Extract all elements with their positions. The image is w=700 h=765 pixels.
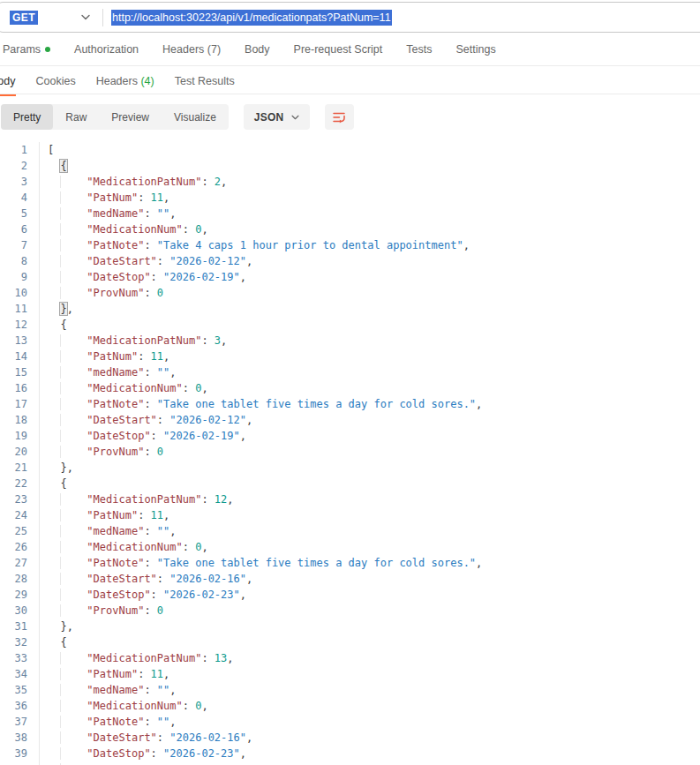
- header-count-badge: (4): [140, 75, 154, 87]
- line-number: 19: [0, 428, 40, 444]
- line-number: 34: [0, 666, 40, 682]
- code-line-content: },: [40, 301, 73, 317]
- code-line-content: },: [40, 619, 73, 634]
- line-number: 38: [0, 730, 40, 746]
- code-line: 4 "PatNum": 11,: [0, 190, 700, 206]
- method-selector[interactable]: GET: [0, 3, 102, 32]
- code-line-content: {: [40, 158, 67, 174]
- code-line-content: "MedicationPatNum": 13,: [40, 650, 234, 666]
- code-line: 13 "MedicationPatNum": 3,: [0, 333, 700, 349]
- code-line-content: "MedicationNum": 0,: [40, 221, 208, 237]
- line-number: 36: [0, 698, 40, 714]
- code-line-content: "medName": "",: [40, 364, 177, 380]
- code-line: 17 "PatNote": "Take one tablet five time…: [0, 396, 700, 412]
- response-tab-test-results[interactable]: Test Results: [175, 75, 235, 94]
- line-number: 25: [0, 523, 40, 539]
- code-line: 25 "medName": "",: [0, 523, 700, 539]
- response-tab-headers[interactable]: Headers (4): [96, 75, 154, 94]
- code-line: 3 "MedicationPatNum": 2,: [0, 174, 700, 190]
- tab-label: Body: [245, 43, 270, 56]
- line-number: 30: [0, 603, 40, 619]
- view-mode-segmented-control: PrettyRawPreviewVisualize: [1, 104, 229, 130]
- request-tab-authorization[interactable]: Authorization: [74, 43, 139, 56]
- response-tab-cookies[interactable]: Cookies: [36, 75, 76, 94]
- tab-label: Tests: [406, 43, 432, 56]
- request-url-bar: GET http://localhost:30223/api/v1/medica…: [0, 2, 700, 33]
- line-number: 31: [0, 619, 40, 634]
- line-number: 24: [0, 507, 40, 523]
- language-dropdown[interactable]: JSON: [244, 104, 310, 130]
- request-tab-pre-request-script[interactable]: Pre-request Script: [294, 43, 383, 56]
- code-line: 27 "PatNote": "Take one tablet five time…: [0, 555, 700, 571]
- tab-label: Authorization: [74, 43, 139, 56]
- language-label: JSON: [254, 111, 283, 124]
- code-line: 34 "PatNum": 11,: [0, 666, 700, 682]
- response-body-editor[interactable]: 1[2 {3 "MedicationPatNum": 2,4 "PatNum":…: [0, 139, 700, 765]
- request-tab-tests[interactable]: Tests: [406, 43, 432, 56]
- code-line-content: "PatNote": "Take one tablet five times a…: [40, 396, 482, 412]
- code-line: 21 },: [0, 460, 700, 476]
- code-line: 20 "ProvNum": 0: [0, 444, 700, 460]
- code-line: 23 "MedicationPatNum": 12,: [0, 491, 700, 507]
- code-line: 14 "PatNum": 11,: [0, 349, 700, 364]
- code-line: 38 "DateStart": "2026-02-16",: [0, 730, 700, 746]
- code-line: 37 "PatNote": "",: [0, 714, 700, 730]
- line-number: 27: [0, 555, 40, 571]
- code-line-content: "DateStart": "2026-02-12",: [40, 253, 252, 269]
- beautify-icon: [332, 110, 347, 124]
- code-line-content: "DateStop": "2026-02-23",: [40, 587, 246, 603]
- line-number: 39: [0, 746, 40, 761]
- code-line-content: "DateStart": "2026-02-12",: [40, 412, 252, 428]
- code-line: 28 "DateStart": "2026-02-16",: [0, 571, 700, 587]
- line-number: 20: [0, 444, 40, 460]
- line-number: 12: [0, 317, 40, 333]
- code-line-content: "DateStart": "2026-02-16",: [40, 730, 252, 746]
- response-tab-body[interactable]: Body: [0, 75, 16, 96]
- line-number: 17: [0, 396, 40, 412]
- code-line: 9 "DateStop": "2026-02-19",: [0, 269, 700, 285]
- line-number: 15: [0, 364, 40, 380]
- code-line-content: "ProvNum": 0: [40, 285, 163, 301]
- code-line: 16 "MedicationNum": 0,: [0, 380, 700, 396]
- view-tab-visualize[interactable]: Visualize: [162, 104, 229, 130]
- request-tab-headers[interactable]: Headers (7): [162, 43, 221, 56]
- code-line: 29 "DateStop": "2026-02-23",: [0, 587, 700, 603]
- tab-label: Test Results: [175, 75, 235, 87]
- code-line: 6 "MedicationNum": 0,: [0, 221, 700, 237]
- code-line-content: "DateStop": "2026-02-23",: [40, 746, 246, 761]
- code-line-content: "medName": "",: [40, 523, 177, 539]
- code-line: 30 "ProvNum": 0: [0, 603, 700, 619]
- line-number: 2: [0, 158, 40, 174]
- line-number: 29: [0, 587, 40, 603]
- line-number: 28: [0, 571, 40, 587]
- url-input[interactable]: http://localhost:30223/api/v1/medication…: [103, 3, 700, 32]
- view-tab-preview[interactable]: Preview: [99, 104, 162, 130]
- request-tab-body[interactable]: Body: [245, 43, 270, 56]
- tab-label: Pre-request Script: [294, 43, 383, 56]
- line-number: 40: [0, 761, 40, 765]
- code-line-content: "medName": "",: [40, 682, 177, 698]
- tab-label: Settings: [455, 43, 495, 56]
- code-line: 36 "MedicationNum": 0,: [0, 698, 700, 714]
- line-number: 7: [0, 237, 40, 253]
- request-tab-params[interactable]: Params: [3, 43, 50, 56]
- code-line: 39 "DateStop": "2026-02-23",: [0, 746, 700, 761]
- method-label: GET: [10, 11, 38, 25]
- code-line: 22 {: [0, 476, 700, 491]
- view-tab-pretty[interactable]: Pretty: [1, 104, 53, 130]
- code-line-content: "MedicationPatNum": 3,: [40, 333, 227, 349]
- code-line-content: "MedicationPatNum": 12,: [40, 491, 234, 507]
- line-number: 14: [0, 349, 40, 364]
- code-line: 33 "MedicationPatNum": 13,: [0, 650, 700, 666]
- code-line-content: "PatNote": "",: [40, 714, 177, 730]
- line-number: 18: [0, 412, 40, 428]
- code-line-content: {: [40, 317, 67, 333]
- url-text: http://localhost:30223/api/v1/medication…: [111, 10, 392, 26]
- tab-label: Body: [0, 75, 16, 87]
- code-line-content: "DateStart": "2026-02-16",: [40, 571, 252, 587]
- beautify-button[interactable]: [325, 104, 354, 130]
- code-line: 10 "ProvNum": 0: [0, 285, 700, 301]
- view-tab-raw[interactable]: Raw: [53, 104, 99, 130]
- request-tab-settings[interactable]: Settings: [455, 43, 495, 56]
- code-line-content: "DateStop": "2026-02-19",: [40, 269, 246, 285]
